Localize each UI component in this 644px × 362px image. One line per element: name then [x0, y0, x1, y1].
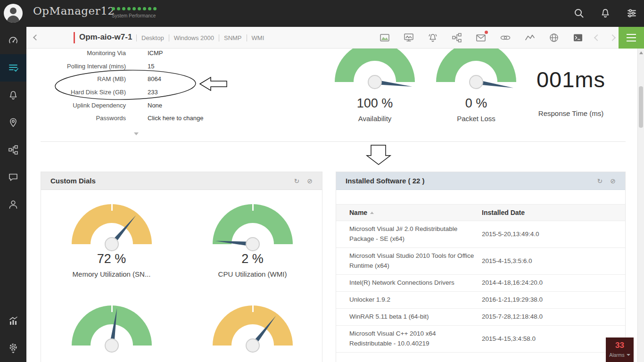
sidebar-item-reports[interactable]	[0, 307, 26, 335]
alarm-bell-icon	[8, 90, 19, 101]
device-protocol-wmi: WMI	[247, 34, 269, 41]
search-icon[interactable]	[573, 8, 585, 19]
scroll-up-arrow-icon[interactable]	[639, 51, 643, 54]
panel-title: Custom Dials	[50, 177, 96, 185]
gauge-value: 2 %	[213, 252, 293, 266]
section-divider	[41, 141, 626, 142]
speedometer-icon	[8, 35, 19, 46]
column-header-name[interactable]: Name	[349, 209, 482, 216]
mail-notification-dot	[485, 31, 488, 34]
avatar-head-icon	[10, 8, 17, 14]
main-content: Monitoring ViaICMP Polling Interval (min…	[26, 49, 637, 362]
availability-gauge: 100 % Availability	[335, 49, 415, 123]
scrollbar-thumb[interactable]	[639, 86, 643, 128]
status-dots	[112, 7, 157, 10]
chart-growth-icon	[8, 315, 19, 327]
gauge-hub	[368, 75, 382, 89]
sidebar-item-users[interactable]	[0, 191, 26, 218]
column-header-date[interactable]: Installed Date	[482, 209, 525, 216]
sidebar-item-topology[interactable]	[0, 136, 26, 164]
sidebar-item-maps[interactable]	[0, 109, 26, 136]
settings-sliders-icon[interactable]	[626, 8, 637, 19]
sidebar-item-settings[interactable]	[0, 335, 26, 362]
gauge-custom-4	[213, 305, 293, 346]
device-os: Windows 2000	[169, 34, 219, 41]
sidebar-item-dashboard[interactable]	[0, 27, 26, 54]
inventory-list-icon	[8, 62, 19, 74]
line-chart-icon[interactable]	[524, 32, 536, 43]
link-icon[interactable]	[499, 32, 512, 43]
chat-bubble-icon	[8, 172, 19, 183]
availability-label: Availability	[335, 115, 415, 123]
menu-button[interactable]	[619, 27, 644, 49]
gauge-label: Memory Utilization (SN...	[72, 270, 152, 278]
packet-loss-label: Packet Loss	[436, 115, 516, 123]
packet-loss-gauge: 0 % Packet Loss	[436, 49, 516, 123]
notifications-icon[interactable]	[600, 8, 611, 19]
map-pin-icon	[8, 117, 19, 128]
terminal-icon[interactable]	[572, 32, 584, 43]
gauge-custom-3	[72, 305, 152, 346]
gauge-hub	[105, 237, 119, 251]
next-chevron-icon[interactable]	[609, 34, 616, 41]
table-header: Name Installed Date	[336, 204, 625, 221]
status-dot	[117, 7, 120, 10]
table-row[interactable]: Microsoft Visual Studio 2010 Tools for O…	[336, 248, 625, 275]
gauge-label: CPU Utilization (WMI)	[213, 270, 293, 278]
snapshot-image-icon[interactable]	[379, 32, 390, 43]
change-password-link[interactable]: Click here to change	[148, 115, 204, 122]
alarm-label: Alarms	[609, 352, 630, 358]
status-dot	[138, 7, 141, 10]
status-dot	[132, 7, 136, 10]
collapse-caret-icon[interactable]	[134, 132, 139, 135]
gauge-memory-utilization: 72 % Memory Utilization (SN...	[72, 204, 152, 278]
refresh-icon[interactable]: ↻	[294, 177, 300, 185]
workflow-topology-icon[interactable]	[451, 32, 462, 43]
table-row[interactable]: Microsoft Visual C++ 2010 x64 Redistribu…	[336, 326, 625, 353]
person-icon	[8, 199, 19, 210]
gauge-hub	[246, 237, 260, 251]
mail-icon[interactable]	[475, 32, 487, 43]
status-dot	[127, 7, 131, 10]
table-row[interactable]: Microsoft Visual J# 2.0 Redistributable …	[336, 221, 625, 248]
response-time-label: Response Time (ms)	[514, 109, 627, 117]
prev-chevron-icon[interactable]	[594, 34, 601, 41]
gauge-hub	[105, 338, 119, 353]
monitor-graph-icon[interactable]	[403, 32, 414, 43]
sort-asc-icon	[370, 212, 374, 214]
app-title: OpManager12	[33, 5, 115, 17]
device-protocol-snmp: SNMP	[219, 34, 247, 41]
installed-software-panel: Installed Software ( 22 ) ↻ ⊘ Name Insta…	[336, 172, 626, 362]
sidebar-item-support[interactable]	[0, 164, 26, 191]
sidebar-item-alarms[interactable]	[0, 82, 26, 109]
back-chevron-icon[interactable]	[33, 34, 39, 41]
globe-icon[interactable]	[548, 32, 560, 43]
sidebar-item-inventory[interactable]	[0, 54, 26, 82]
response-time-value: 001ms	[514, 66, 627, 92]
device-name: Opm-aio-w7-1	[79, 33, 132, 42]
panel-title: Installed Software ( 22 )	[346, 177, 425, 185]
refresh-icon[interactable]: ↻	[597, 177, 603, 185]
device-bar: Opm-aio-w7-1 Desktop Windows 2000 SNMP W…	[26, 27, 644, 49]
response-time: 001ms Response Time (ms)	[514, 66, 627, 117]
packet-loss-value: 0 %	[436, 96, 516, 111]
alarms-widget[interactable]: 33 Alarms	[606, 337, 634, 362]
table-row[interactable]: WinRAR 5.11 beta 1 (64-bit)2015-7-28,12:…	[336, 309, 625, 326]
device-alarm-icon[interactable]	[427, 32, 438, 43]
table-row[interactable]: Unlocker 1.9.22016-1-21,19:29:38.0	[336, 292, 625, 309]
detail-row: Polling Interval (mins)15	[26, 60, 204, 73]
status-dot	[143, 7, 146, 10]
gauge-hub	[246, 338, 260, 353]
user-avatar[interactable]	[4, 4, 23, 23]
popout-icon[interactable]: ⊘	[307, 177, 313, 185]
table-row[interactable]: Intel(R) Network Connections Drivers2014…	[336, 275, 625, 292]
header-subtitle: System Performance	[112, 13, 156, 18]
gear-icon	[8, 342, 19, 354]
detail-row: RAM (MB)8064	[26, 73, 204, 86]
status-dot	[112, 7, 115, 10]
detail-row: PasswordsClick here to change	[26, 112, 204, 125]
device-details: Monitoring ViaICMP Polling Interval (min…	[26, 49, 204, 125]
device-type: Desktop	[136, 34, 169, 41]
availability-value: 100 %	[335, 96, 415, 111]
popout-icon[interactable]: ⊘	[610, 177, 616, 185]
